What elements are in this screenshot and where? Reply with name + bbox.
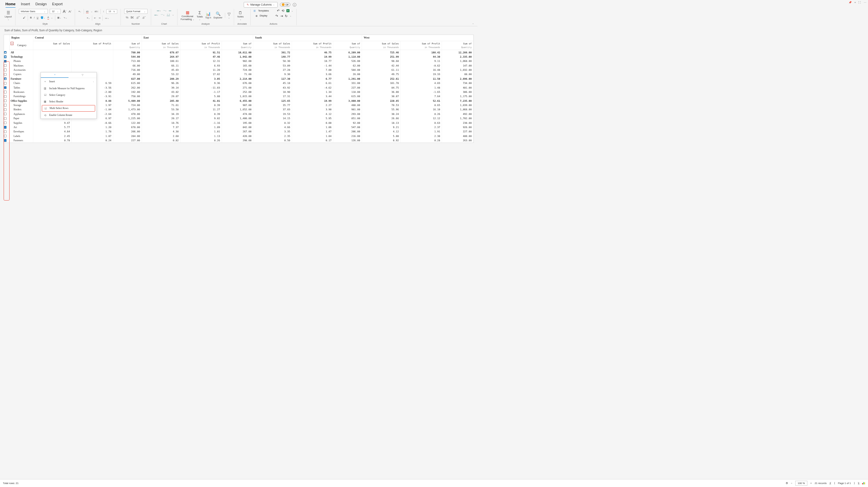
checkbox-empty[interactable] — [4, 122, 7, 124]
bold-button[interactable]: B — [30, 17, 32, 19]
data-cell[interactable]: 71.00 — [222, 72, 253, 77]
data-cell[interactable]: 1.13 — [180, 134, 222, 138]
data-cell[interactable]: 195.00 — [222, 121, 253, 125]
data-cell[interactable]: 615.00 — [113, 81, 142, 85]
row-height-button[interactable]: ↕ — [103, 10, 104, 13]
topn-button[interactable]: 📊 Top n — [206, 11, 211, 19]
data-cell[interactable]: 8.32 — [253, 121, 292, 125]
category-cell[interactable]: Copiers — [9, 72, 33, 77]
data-cell[interactable]: 1.78 — [71, 129, 113, 134]
data-cell[interactable]: 331.00 — [333, 81, 362, 85]
data-cell[interactable]: 0.92 — [362, 138, 400, 143]
bar-chart-icon[interactable]: ▬⌄ — [157, 9, 161, 12]
data-cell[interactable]: 734.00 — [442, 81, 473, 85]
data-cell[interactable]: 44.30 — [400, 55, 442, 59]
data-cell[interactable] — [71, 64, 113, 68]
data-cell[interactable]: 1.89 — [180, 125, 222, 129]
data-cell[interactable]: 474.00 — [222, 112, 253, 116]
category-cell[interactable]: Tables — [9, 85, 33, 90]
data-cell[interactable]: 96.26 — [142, 81, 180, 85]
reset-icon[interactable]: ⟲ — [282, 9, 284, 12]
currency-button[interactable]: $€ — [130, 16, 134, 19]
data-cell[interactable]: 615.00 — [333, 94, 362, 98]
data-cell[interactable]: 45.18 — [253, 81, 292, 85]
tab-design[interactable]: Design — [36, 2, 47, 7]
clear-format-button[interactable]: ∿⌄ — [64, 16, 67, 19]
align-v-button[interactable]: ≡⌄ — [79, 10, 81, 13]
data-cell[interactable] — [71, 55, 113, 59]
metric-header[interactable]: Sum of Profit — [400, 41, 442, 46]
data-cell[interactable]: 926.00 — [442, 125, 473, 129]
category-cell[interactable]: Technology — [9, 55, 33, 59]
data-cell[interactable]: 1,652.00 — [222, 108, 253, 112]
table-row[interactable]: ✓Phones713.00100.6112.31982.0058.3010.77… — [4, 59, 473, 63]
data-cell[interactable]: 43.82 — [142, 90, 180, 94]
checkbox-empty[interactable] — [4, 113, 7, 115]
data-cell[interactable]: -1.16 — [180, 121, 222, 125]
data-cell[interactable]: 3.35 — [253, 129, 292, 134]
italic-button[interactable]: I — [34, 17, 35, 19]
region-south[interactable]: South — [253, 35, 362, 41]
data-cell[interactable]: 6.77 — [292, 77, 333, 81]
data-cell[interactable]: 716.00 — [113, 68, 142, 72]
data-cell[interactable]: 10.77 — [292, 59, 333, 63]
redo-icon[interactable]: ↷ — [275, 14, 278, 18]
data-cell[interactable]: -1.17 — [180, 90, 222, 94]
data-cell[interactable]: 1,868.00 — [442, 108, 473, 112]
data-cell[interactable]: 4.64 — [33, 129, 71, 134]
data-cell[interactable]: 165.00 — [222, 64, 253, 68]
borders-button[interactable]: ▦⌄ — [57, 16, 61, 19]
data-cell[interactable]: -1.65 — [400, 90, 442, 94]
templates-icon[interactable]: ▥ — [253, 9, 256, 12]
data-cell[interactable]: 544.00 — [113, 55, 142, 59]
data-cell[interactable]: 148.77 — [253, 55, 292, 59]
data-cell[interactable]: 1,400.00 — [222, 116, 253, 121]
data-cell[interactable]: 2.60 — [142, 134, 180, 138]
data-cell[interactable]: 420.00 — [222, 134, 253, 138]
data-cell[interactable]: 0.24 — [71, 138, 113, 143]
category-cell[interactable]: Furniture — [9, 77, 33, 81]
data-cell[interactable]: 1,068.00 — [442, 59, 473, 63]
data-cell[interactable]: 982.00 — [222, 59, 253, 63]
data-cell[interactable]: 851.00 — [333, 116, 362, 121]
checkbox-empty[interactable] — [4, 99, 7, 102]
data-cell[interactable]: 19.99 — [292, 99, 333, 103]
data-cell[interactable]: 4.66 — [253, 125, 292, 129]
data-cell[interactable]: 70.53 — [362, 103, 400, 108]
data-cell[interactable]: 0.26 — [180, 138, 222, 143]
data-cell[interactable]: 12.31 — [180, 59, 222, 63]
align-h-button[interactable]: ≡⌄ — [87, 17, 90, 20]
data-cell[interactable]: -4.62 — [292, 85, 333, 90]
data-cell[interactable]: 6.93 — [180, 64, 222, 68]
metric-header[interactable]: Sum of Sales — [142, 41, 180, 46]
checkbox-checked[interactable]: ✓ — [4, 60, 7, 63]
tab-home[interactable]: Home — [6, 2, 16, 7]
data-cell[interactable]: 29.07 — [142, 94, 180, 98]
table-row[interactable]: Accessories716.0045.0311.20724.0027.287.… — [4, 68, 473, 72]
data-cell[interactable]: 227.00 — [442, 129, 473, 134]
data-cell[interactable]: 9.02 — [180, 116, 222, 121]
data-cell[interactable]: 84.75 — [362, 85, 400, 90]
data-cell[interactable]: 298.00 — [222, 138, 253, 143]
height-input[interactable]: 18⇅ — [106, 9, 117, 14]
category-cell[interactable]: Furnishings — [9, 94, 33, 98]
data-cell[interactable]: 293.00 — [333, 112, 362, 116]
checkbox-empty[interactable] — [4, 73, 7, 76]
data-cell[interactable]: 827.00 — [113, 77, 142, 81]
data-cell[interactable]: 1,015.00 — [222, 94, 253, 98]
data-cell[interactable]: 0.28 — [400, 138, 442, 143]
region-west[interactable]: West — [362, 35, 473, 41]
data-cell[interactable]: -0.62 — [400, 64, 442, 68]
data-cell[interactable]: 8.26 — [400, 112, 442, 116]
data-cell[interactable]: 1.04 — [292, 134, 333, 138]
data-cell[interactable]: 98.68 — [362, 59, 400, 63]
metric-header[interactable]: Sum of Sales — [253, 41, 292, 46]
context-menu-item[interactable]: ☑Multi Select Rows — [42, 105, 95, 112]
data-cell[interactable]: 53.22 — [142, 72, 180, 77]
data-cell[interactable]: 11.27 — [180, 108, 222, 112]
checkbox-partial[interactable]: ■ — [4, 78, 7, 80]
undo-icon[interactable]: ↶ — [277, 9, 280, 12]
lollipop-chart-icon[interactable]: ⊸⌄ — [163, 9, 166, 12]
data-cell[interactable]: 676.00 — [222, 81, 253, 85]
collapse-ribbon-icon[interactable]: ⌄ — [472, 22, 474, 24]
